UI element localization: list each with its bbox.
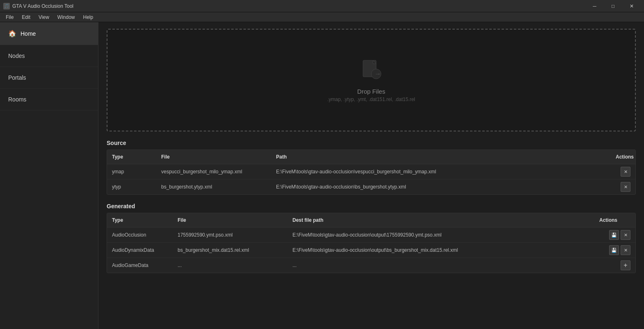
- source-row-0-actions: ✕: [611, 164, 635, 179]
- sidebar-item-portals[interactable]: Portals: [0, 67, 98, 89]
- source-row-1-actions: ✕: [611, 179, 635, 194]
- svg-text:→: →: [375, 70, 381, 77]
- home-icon: 🏠: [8, 30, 16, 37]
- app-title: GTA V Audio Occlusion Tool: [12, 3, 73, 9]
- generated-row-0-path: E:\FiveM\tools\gtav-audio-occlusion\outp…: [288, 228, 594, 242]
- generated-row-1-actions: 💾 ✕: [594, 243, 635, 258]
- generated-row-0-type: AudioOcclusion: [107, 228, 173, 242]
- maximize-button[interactable]: □: [604, 0, 622, 12]
- title-bar-left: 🎵 GTA V Audio Occlusion Tool: [3, 3, 73, 9]
- sidebar-item-rooms-label: Rooms: [8, 96, 26, 103]
- source-row-1-delete-button[interactable]: ✕: [621, 182, 630, 192]
- source-col-actions: Actions: [611, 150, 635, 164]
- source-table: Type File Path Actions ymap vespucci_bur…: [107, 150, 636, 195]
- menu-edit[interactable]: Edit: [18, 12, 34, 22]
- generated-row-1-delete-button[interactable]: ✕: [621, 245, 630, 255]
- generated-row-2-actions: +: [594, 258, 635, 273]
- source-section-title: Source: [107, 140, 636, 146]
- generated-table: Type File Dest file path Actions AudioOc…: [107, 213, 636, 273]
- sidebar-item-home[interactable]: 🏠 Home: [0, 22, 98, 45]
- generated-col-file: File: [173, 213, 288, 227]
- generated-row-1-file: bs_burgershot_mix.dat15.rel.xml: [173, 243, 288, 257]
- menu-help[interactable]: Help: [79, 12, 98, 22]
- source-row-0: ymap vespucci_burgershot_milo_ymap.xml E…: [107, 164, 635, 179]
- source-col-path: Path: [271, 150, 611, 164]
- title-bar: 🎵 GTA V Audio Occlusion Tool ─ □ ✕: [0, 0, 644, 12]
- generated-col-actions: Actions: [594, 213, 635, 227]
- generated-row-2-add-button[interactable]: +: [621, 260, 630, 270]
- source-row-0-file: vespucci_burgershot_milo_ymap.xml: [156, 165, 271, 179]
- menu-window[interactable]: Window: [53, 12, 79, 22]
- generated-table-header: Type File Dest file path Actions: [107, 213, 635, 228]
- generated-row-2-type: AudioGameData: [107, 258, 173, 272]
- sidebar-item-home-label: Home: [21, 30, 36, 37]
- drop-zone-subtitle: .ymap, .ytyp, .ymt, .dat151.rel, .dat15.…: [327, 97, 415, 102]
- generated-row-0: AudioOcclusion 1755992590.ymt.pso.xml E:…: [107, 228, 635, 243]
- generated-section-title: Generated: [107, 203, 636, 209]
- generated-col-path: Dest file path: [288, 213, 594, 227]
- menu-bar: File Edit View Window Help: [0, 12, 644, 22]
- source-table-header: Type File Path Actions: [107, 150, 635, 164]
- generated-row-0-save-button[interactable]: 💾: [609, 230, 619, 240]
- generated-row-2: AudioGameData ... ... +: [107, 258, 635, 273]
- window-controls: ─ □ ✕: [585, 0, 641, 12]
- drop-zone-icon: →: [359, 58, 384, 83]
- sidebar-item-nodes[interactable]: Nodes: [0, 45, 98, 67]
- app-icon: 🎵: [3, 3, 10, 9]
- drop-zone[interactable]: → Drop Files .ymap, .ytyp, .ymt, .dat151…: [107, 29, 636, 131]
- source-row-0-type: ymap: [107, 165, 156, 179]
- sidebar-item-rooms[interactable]: Rooms: [0, 89, 98, 110]
- generated-row-0-actions: 💾 ✕: [594, 228, 635, 242]
- content-area: → Drop Files .ymap, .ytyp, .ymt, .dat151…: [98, 22, 644, 329]
- generated-row-0-delete-button[interactable]: ✕: [621, 230, 630, 240]
- source-col-file: File: [156, 150, 271, 164]
- generated-row-1-type: AudioDynamixData: [107, 243, 173, 257]
- generated-row-2-file: ...: [173, 258, 288, 272]
- sidebar-item-portals-label: Portals: [8, 74, 26, 81]
- generated-row-0-file: 1755992590.ymt.pso.xml: [173, 228, 288, 242]
- sidebar: 🏠 Home Nodes Portals Rooms: [0, 22, 98, 329]
- source-row-1: ytyp bs_burgershot.ytyp.xml E:\FiveM\too…: [107, 179, 635, 194]
- source-row-0-delete-button[interactable]: ✕: [621, 167, 630, 177]
- main-layout: 🏠 Home Nodes Portals Rooms →: [0, 22, 644, 329]
- source-col-type: Type: [107, 150, 156, 164]
- close-button[interactable]: ✕: [622, 0, 641, 12]
- generated-row-1-path: E:\FiveM\tools\gtav-audio-occlusion\outp…: [288, 243, 594, 257]
- menu-file[interactable]: File: [2, 12, 18, 22]
- generated-row-1: AudioDynamixData bs_burgershot_mix.dat15…: [107, 243, 635, 258]
- minimize-button[interactable]: ─: [585, 0, 604, 12]
- menu-view[interactable]: View: [34, 12, 53, 22]
- source-row-1-type: ytyp: [107, 180, 156, 194]
- drop-zone-title: Drop Files: [357, 88, 385, 95]
- generated-col-type: Type: [107, 213, 173, 227]
- source-row-0-path: E:\FiveM\tools\gtav-audio-occlusion\vesp…: [271, 165, 611, 179]
- generated-row-1-save-button[interactable]: 💾: [609, 245, 619, 255]
- generated-row-2-path: ...: [288, 258, 594, 272]
- source-row-1-file: bs_burgershot.ytyp.xml: [156, 180, 271, 194]
- source-row-1-path: E:\FiveM\tools\gtav-audio-occlusion\bs_b…: [271, 180, 611, 194]
- sidebar-item-nodes-label: Nodes: [8, 53, 25, 59]
